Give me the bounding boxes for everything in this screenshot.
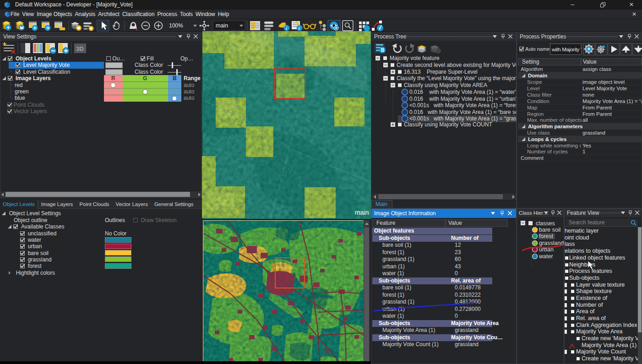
svg-text:G: G <box>143 75 147 81</box>
svg-text:main: main <box>216 22 228 29</box>
svg-text:classes: classes <box>536 220 555 227</box>
svg-text:<0.001s with Majority Vote A: <0.001s with Majority Vote Area (1) = “f… <box>409 102 516 109</box>
svg-text:R: R <box>111 75 115 81</box>
svg-text:water: water <box>539 253 553 260</box>
svg-text:Classify using Majority Vote A: Classify using Majority Vote AREA <box>404 82 487 88</box>
svg-text:<0.001s with Majority Vote A: <0.001s with Majority Vote Area (1) = “g… <box>409 115 516 122</box>
svg-text:Create second level above exis: Create second level above existing for M… <box>397 62 516 68</box>
svg-text:3D: 3D <box>76 45 84 52</box>
svg-text:100%: 100% <box>169 22 183 29</box>
svg-text:0.016 with Majority Vote Are: 0.016 with Majority Vote Area (1) = “bar… <box>409 109 516 115</box>
svg-text:0.016 with Majority Vote Ar: 0.016 with Majority Vote Area (1) = “wat… <box>409 89 516 95</box>
svg-text:Classify using Majority Vote C: Classify using Majority Vote COUNT <box>404 121 492 128</box>
svg-text:main: main <box>355 209 369 216</box>
svg-text:forest: forest <box>539 233 554 239</box>
svg-text:B: B <box>381 48 384 53</box>
svg-text:16.313 Prepare Super-Level: 16.313 Prepare Super-Level <box>404 69 478 75</box>
svg-text:Majority vote feature: Majority vote feature <box>390 55 440 61</box>
svg-text:bare soil: bare soil <box>539 227 560 233</box>
svg-text:0.016 with Majority Vote Ar: 0.016 with Majority Vote Area (1) = “urb… <box>409 96 516 102</box>
svg-text:B: B <box>173 75 177 81</box>
svg-text:Classify the “Level Majority V: Classify the “Level Majority Vote” using… <box>397 75 516 81</box>
